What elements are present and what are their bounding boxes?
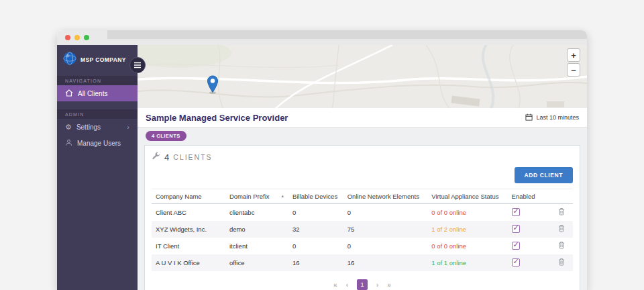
user-icon <box>65 139 72 148</box>
calendar-icon <box>525 113 533 122</box>
col-actions <box>554 189 573 204</box>
col-billable-devices[interactable]: Billable Devices <box>288 189 343 204</box>
company-name-cell: A U V I K Office <box>152 254 225 271</box>
badge-row: 4 CLIENTS <box>138 128 587 144</box>
pagination-prev[interactable]: ‹ <box>346 281 348 289</box>
billable-devices-cell: 0 <box>288 204 343 222</box>
billable-devices-cell: 32 <box>288 221 343 238</box>
company-name-cell: IT Client <box>152 238 225 254</box>
panel-title: 4 CLIENTS <box>152 151 573 163</box>
billable-devices-cell: 0 <box>288 238 343 254</box>
domain-prefix-cell: clientabc <box>225 204 288 222</box>
trash-icon <box>558 241 565 249</box>
zoom-in-button[interactable]: + <box>567 48 580 62</box>
col-domain-prefix[interactable]: Domain Prefix ▲ <box>225 189 288 204</box>
clients-table: Company Name Domain Prefix ▲ Billable De… <box>152 189 573 271</box>
enabled-checkbox[interactable] <box>512 258 520 267</box>
sort-asc-icon: ▲ <box>280 194 284 198</box>
home-icon <box>65 89 73 98</box>
pagination-first[interactable]: « <box>333 281 337 289</box>
appliance-status-cell: 0 of 0 online <box>427 204 507 222</box>
clients-count-badge: 4 CLIENTS <box>146 131 186 141</box>
map[interactable]: + − <box>138 45 587 108</box>
sidebar-item-manage-users[interactable]: Manage Users <box>57 135 138 151</box>
nav-section-label: NAVIGATION <box>57 76 138 85</box>
logo-text: MSP COMPANY <box>80 56 126 63</box>
admin-section-label: ADMIN <box>57 109 138 119</box>
online-elements-cell: 16 <box>343 254 428 271</box>
table-header-row: Company Name Domain Prefix ▲ Billable De… <box>152 189 573 204</box>
enabled-checkbox[interactable] <box>512 225 520 233</box>
delete-client-button[interactable] <box>558 241 565 251</box>
globe-logo-icon <box>63 52 76 68</box>
appliance-status-cell: 1 of 2 online <box>427 221 507 238</box>
close-window-button[interactable] <box>65 35 70 40</box>
domain-prefix-cell: itclient <box>225 238 288 254</box>
pagination-current-page[interactable]: 1 <box>357 279 368 290</box>
company-name-cell: XYZ Widgets, Inc. <box>152 221 225 238</box>
appliance-status-cell: 1 of 1 online <box>427 254 507 271</box>
zoom-out-button[interactable]: − <box>567 63 580 77</box>
trash-icon <box>558 207 565 215</box>
menu-toggle-button[interactable] <box>129 57 146 73</box>
table-row[interactable]: A U V I K Office office 16 16 1 of 1 onl… <box>152 254 573 271</box>
chevron-right-icon: › <box>127 123 129 131</box>
wrench-icon <box>152 151 160 163</box>
enabled-checkbox[interactable] <box>512 208 520 216</box>
sidebar-item-all-clients[interactable]: All Clients <box>57 85 138 101</box>
table-row[interactable]: XYZ Widgets, Inc. demo 32 75 1 of 2 onli… <box>152 221 573 238</box>
window-controls <box>65 30 89 45</box>
map-roads <box>138 45 587 108</box>
clients-panel: 4 CLIENTS ADD CLIENT <box>144 145 580 290</box>
hamburger-icon <box>133 60 142 70</box>
msp-logo: MSP COMPANY <box>57 45 138 75</box>
pagination-last[interactable]: » <box>387 281 391 289</box>
col-company-name[interactable]: Company Name <box>152 189 225 204</box>
minimize-window-button[interactable] <box>74 35 80 40</box>
browser-tab-strip <box>107 30 587 39</box>
domain-prefix-cell: office <box>225 254 288 271</box>
col-enabled[interactable]: Enabled <box>508 189 554 204</box>
domain-prefix-cell: demo <box>225 221 288 238</box>
content-area: 4 CLIENTS ADD CLIENT <box>138 144 587 290</box>
enabled-checkbox[interactable] <box>512 242 520 250</box>
main-content: + − Sample Managed Service Provider <box>138 45 587 290</box>
delete-client-button[interactable] <box>558 224 565 234</box>
browser-window: MSP COMPANY NAVIGATION All Clients ADMIN… <box>57 30 587 290</box>
trash-icon <box>558 224 565 232</box>
time-filter[interactable]: Last 10 minutes <box>525 113 579 122</box>
column-label: Domain Prefix <box>229 193 270 200</box>
title-bar: Sample Managed Service Provider Last 10 … <box>138 108 587 128</box>
col-virtual-appliance-status[interactable]: Virtual Appliance Status <box>427 189 507 204</box>
pagination: « ‹ 1 › » <box>152 279 573 290</box>
delete-client-button[interactable] <box>558 207 565 218</box>
map-zoom-controls: + − <box>567 48 580 77</box>
trash-icon <box>558 258 565 266</box>
online-elements-cell: 75 <box>343 221 428 238</box>
add-client-button[interactable]: ADD CLIENT <box>515 167 573 183</box>
clients-label: CLIENTS <box>173 153 212 161</box>
table-row[interactable]: IT Client itclient 0 0 0 of 0 online <box>152 238 573 254</box>
appliance-status-cell: 0 of 0 online <box>427 238 507 254</box>
clients-count: 4 <box>164 152 169 162</box>
pagination-next[interactable]: › <box>376 281 378 289</box>
zoom-window-button[interactable] <box>84 35 89 40</box>
sidebar-item-settings[interactable]: ⚙ Settings › <box>57 119 138 135</box>
app-root: MSP COMPANY NAVIGATION All Clients ADMIN… <box>57 45 587 290</box>
sidebar-item-label: Manage Users <box>77 140 121 147</box>
sidebar-item-label: Settings <box>76 124 101 131</box>
company-name-cell: Client ABC <box>152 204 225 222</box>
gear-icon: ⚙ <box>65 124 72 131</box>
time-filter-label: Last 10 minutes <box>536 114 579 121</box>
map-pin-icon[interactable] <box>206 75 219 97</box>
sidebar-item-label: All Clients <box>78 90 107 97</box>
page-title: Sample Managed Service Provider <box>146 113 288 123</box>
delete-client-button[interactable] <box>558 258 565 268</box>
online-elements-cell: 0 <box>343 204 428 222</box>
billable-devices-cell: 16 <box>288 254 343 271</box>
browser-chrome <box>57 30 587 45</box>
col-online-network-elements[interactable]: Online Network Elements <box>343 189 428 204</box>
table-row[interactable]: Client ABC clientabc 0 0 0 of 0 online <box>152 204 573 222</box>
button-row: ADD CLIENT <box>152 167 573 183</box>
online-elements-cell: 0 <box>343 238 428 254</box>
